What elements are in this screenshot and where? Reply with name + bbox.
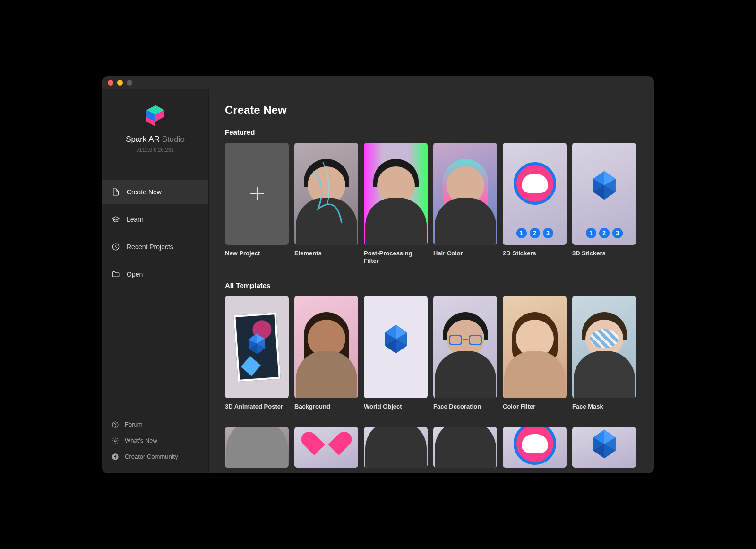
template-card-face-mask[interactable]: Face Mask: [572, 296, 636, 411]
sidebar-item-recent-projects[interactable]: Recent Projects: [102, 235, 208, 259]
section: FeaturedNew ProjectElementsPost-Processi…: [225, 128, 638, 266]
thumbnail[interactable]: [503, 296, 567, 398]
card-label: Hair Color: [433, 250, 497, 258]
close-icon[interactable]: [108, 80, 113, 86]
section-title: Featured: [225, 128, 638, 136]
template-card-post-processing-filter[interactable]: Post-Processing Filter: [364, 143, 428, 266]
badge-icon: 3: [543, 228, 553, 238]
app-title: Spark AR Studio: [126, 135, 185, 144]
template-card-2d-stickers[interactable]: 1232D Stickers: [503, 143, 567, 266]
thumbnail[interactable]: [364, 427, 428, 468]
sidebar-item-label: Recent Projects: [127, 243, 173, 251]
card-label: Elements: [294, 250, 358, 258]
clock-icon: [112, 243, 120, 251]
template-card-face-decoration[interactable]: Face Decoration: [433, 296, 497, 411]
app-window: Spark AR Studio v112.0.0.26.231 Create N…: [102, 76, 654, 473]
minimize-icon[interactable]: [117, 80, 123, 86]
plus-icon: [248, 184, 266, 203]
document-icon: [112, 188, 120, 196]
thumbnail[interactable]: [572, 296, 636, 398]
thumbnail[interactable]: [364, 296, 428, 398]
badge-icon: 1: [516, 228, 527, 238]
template-card-icosa-only[interactable]: [572, 427, 636, 468]
sidebar-item-label: Create New: [127, 188, 162, 196]
svg-point-6: [115, 426, 115, 426]
template-grid: New ProjectElementsPost-Processing Filte…: [225, 143, 638, 266]
template-card-new-project[interactable]: New Project: [225, 143, 289, 266]
sidebar-item-open[interactable]: Open: [102, 262, 208, 286]
card-label: 3D Stickers: [572, 250, 636, 258]
sidebar-bottom-label: Creator Community: [125, 453, 178, 460]
thumbnail[interactable]: [225, 427, 289, 468]
help-icon: [112, 421, 119, 428]
thumbnail[interactable]: [433, 143, 497, 245]
card-label: Face Decoration: [433, 403, 497, 411]
template-card-person-plain[interactable]: [225, 427, 289, 468]
template-grid: 3D Animated PosterBackgroundWorld Object…: [225, 296, 638, 411]
template-card-person-dark[interactable]: [364, 427, 428, 468]
thumbnail[interactable]: [503, 427, 567, 468]
template-card-person-headband[interactable]: [433, 427, 497, 468]
sidebar-bottom-forum[interactable]: Forum: [102, 417, 208, 433]
thumbnail[interactable]: 123: [503, 143, 567, 245]
thumbnail[interactable]: [225, 296, 289, 398]
thumbnail[interactable]: 123: [572, 143, 636, 245]
template-card-color-filter[interactable]: Color Filter: [503, 296, 567, 411]
badge-icon: 2: [530, 228, 540, 238]
titlebar: [102, 76, 654, 89]
app-version: v112.0.0.26.231: [137, 147, 174, 153]
card-label: New Project: [225, 250, 289, 258]
sidebar-item-label: Learn: [127, 216, 144, 223]
sidebar-bottom-label: Forum: [125, 421, 143, 428]
thumbnail[interactable]: [294, 427, 358, 468]
traffic-lights: [108, 80, 132, 86]
app-logo-icon: [143, 104, 168, 128]
template-card-background[interactable]: Background: [294, 296, 358, 411]
app-name: Spark AR: [126, 135, 160, 144]
sidebar-bottom: ForumWhat's NewCreator Community: [102, 413, 208, 473]
sidebar-nav: Create NewLearnRecent ProjectsOpen: [102, 180, 208, 286]
card-label: Post-Processing Filter: [364, 250, 428, 266]
main-content[interactable]: Create New FeaturedNew ProjectElementsPo…: [209, 89, 654, 473]
template-card-3d-animated-poster[interactable]: 3D Animated Poster: [225, 296, 289, 411]
thumbnail[interactable]: [433, 427, 497, 468]
facebook-icon: [112, 453, 119, 461]
svg-point-7: [114, 440, 116, 442]
badge-icon: 1: [586, 228, 596, 238]
gear-icon: [112, 437, 119, 444]
template-card-elements[interactable]: Elements: [294, 143, 358, 266]
sidebar-bottom-what-s-new[interactable]: What's New: [102, 433, 208, 449]
thumbnail[interactable]: [294, 143, 358, 245]
section: All Templates3D Animated PosterBackgroun…: [225, 281, 638, 411]
icosahedron-icon: [591, 429, 618, 459]
thumbnail[interactable]: [572, 427, 636, 468]
sidebar-bottom-label: What's New: [125, 437, 157, 444]
thumbnail[interactable]: [364, 143, 428, 245]
template-card-sticker2d[interactable]: [503, 427, 567, 468]
sidebar-item-label: Open: [127, 270, 143, 278]
thumbnail-blank[interactable]: [225, 143, 289, 245]
page-title: Create New: [225, 104, 638, 117]
icosahedron-icon: [383, 324, 409, 354]
thumbnail[interactable]: [433, 296, 497, 398]
card-label: Face Mask: [572, 403, 636, 411]
sidebar-item-create-new[interactable]: Create New: [102, 180, 208, 204]
badge-icon: 3: [612, 228, 623, 238]
maximize-icon[interactable]: [127, 80, 132, 86]
template-card-3d-stickers[interactable]: 1233D Stickers: [572, 143, 636, 266]
icosahedron-icon: [591, 170, 618, 200]
template-card-world-object[interactable]: World Object: [364, 296, 428, 411]
sidebar: Spark AR Studio v112.0.0.26.231 Create N…: [102, 89, 209, 473]
graduation-icon: [112, 215, 120, 224]
sidebar-bottom-creator-community[interactable]: Creator Community: [102, 449, 208, 465]
section: [225, 427, 638, 468]
sidebar-item-learn[interactable]: Learn: [102, 208, 208, 231]
thumbnail[interactable]: [294, 296, 358, 398]
app-suffix: Studio: [162, 135, 185, 144]
card-label: Color Filter: [503, 403, 567, 411]
template-card-hair-color[interactable]: Hair Color: [433, 143, 497, 266]
template-card-heart[interactable]: [294, 427, 358, 468]
section-title: All Templates: [225, 281, 638, 289]
brand-block: Spark AR Studio v112.0.0.26.231: [102, 89, 208, 164]
card-label: World Object: [364, 403, 428, 411]
